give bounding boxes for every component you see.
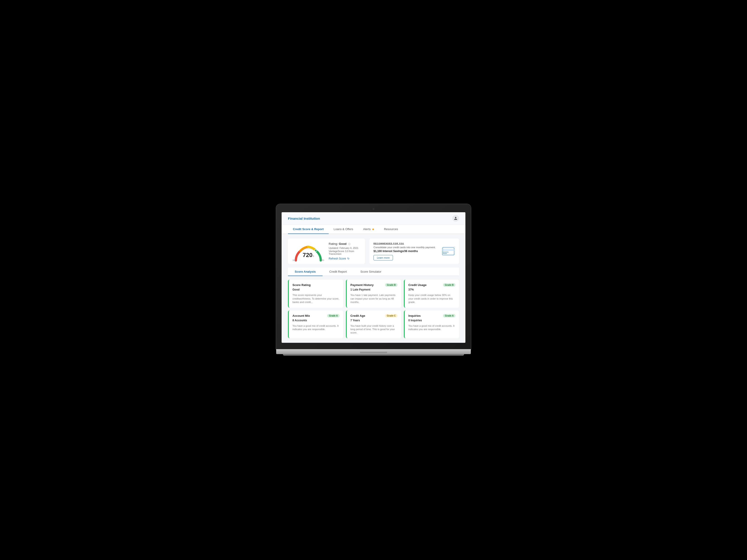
laptop-base bbox=[276, 349, 471, 354]
score-superscript: 9 bbox=[313, 255, 314, 258]
card-payment-history-value: 1 Late Payment bbox=[351, 288, 397, 291]
card-score-rating-title: Score Rating bbox=[292, 283, 311, 287]
payment-history-grade-badge: Grade B bbox=[385, 283, 397, 287]
laptop-camera-icon bbox=[372, 208, 375, 210]
credit-card-icon bbox=[441, 246, 455, 257]
card-inquiries-title: Inquiries bbox=[408, 314, 420, 317]
sub-tab-score-simulator[interactable]: Score Simulator bbox=[354, 268, 388, 275]
gauge-max-label: 850 bbox=[321, 259, 324, 261]
card-account-mix-title: Account Mix bbox=[292, 314, 310, 317]
recommended-desc: Consolidate your credit cards into one m… bbox=[374, 246, 438, 249]
score-info: Rating: Good ⓘ Updated: February 4, 2021… bbox=[329, 242, 360, 261]
card-credit-usage-desc: Keep your credit usage below 30% on your… bbox=[408, 293, 456, 304]
card-credit-age-title: Credit Age bbox=[351, 314, 365, 317]
card-account-mix: Account Mix Grade A 8 Accounts You have … bbox=[288, 311, 343, 338]
nav-item-resources[interactable]: Resources bbox=[379, 225, 403, 234]
recommended-highlight: $1,100 Interest Savings/36 months bbox=[374, 249, 438, 253]
refresh-icon: ↻ bbox=[347, 257, 350, 260]
recommended-box: RECOMMENDED FOR YOU Consolidate your cre… bbox=[369, 238, 459, 264]
card-credit-usage-title: Credit Usage bbox=[408, 283, 427, 287]
svg-rect-3 bbox=[443, 251, 448, 252]
laptop-screen: Financial Institution Credit Score & Rep… bbox=[282, 212, 465, 343]
card-credit-age-header: Credit Age Grade C bbox=[351, 314, 397, 317]
card-score-rating-value: Good bbox=[292, 288, 339, 291]
recommended-label: RECOMMENDED FOR YOU bbox=[374, 242, 438, 245]
card-credit-age-desc: You have built your credit history over … bbox=[351, 324, 397, 335]
cards-grid: Score Rating Good This score represents … bbox=[288, 279, 459, 338]
sub-tab-credit-report[interactable]: Credit Report bbox=[323, 268, 354, 275]
svg-rect-2 bbox=[442, 249, 454, 251]
card-credit-age: Credit Age Grade C 7 Years You have buil… bbox=[346, 311, 401, 338]
card-score-rating-desc: This score represents your creditworthin… bbox=[292, 293, 339, 304]
laptop: Financial Institution Credit Score & Rep… bbox=[276, 204, 471, 356]
score-value: 720 bbox=[303, 251, 312, 259]
refresh-score-button[interactable]: Refresh Score ↻ bbox=[329, 257, 350, 260]
user-avatar[interactable] bbox=[452, 215, 459, 222]
score-updated: Updated: February 4, 2021 bbox=[329, 247, 360, 249]
card-inquiries-value: 0 Inquiries bbox=[408, 319, 456, 322]
sub-tabs: Score Analysis Credit Report Score Simul… bbox=[288, 268, 459, 276]
card-credit-usage-value: 37% bbox=[408, 288, 456, 291]
main-nav: Credit Score & Report Loans & Offers Ale… bbox=[282, 225, 465, 234]
sub-tab-score-analysis[interactable]: Score Analysis bbox=[288, 268, 323, 275]
score-section: 720 9 300 850 Rating: Good ⓘ bbox=[288, 238, 459, 264]
card-payment-history-title: Payment History bbox=[351, 283, 374, 287]
app-content: 720 9 300 850 Rating: Good ⓘ bbox=[282, 234, 465, 343]
score-source: VantageScore 3.0 from TransUnion bbox=[329, 250, 360, 255]
svg-rect-4 bbox=[443, 253, 447, 254]
app-logo: Financial Institution bbox=[288, 216, 320, 220]
score-rating-line: Rating: Good ⓘ bbox=[329, 242, 360, 246]
card-inquiries-desc: You have a good mix of credit accounts. … bbox=[408, 324, 456, 331]
score-gauge: 720 9 300 850 bbox=[292, 242, 324, 261]
account-mix-grade-badge: Grade A bbox=[327, 314, 339, 317]
card-credit-usage-header: Credit Usage Grade B bbox=[408, 283, 456, 287]
gauge-min-label: 300 bbox=[292, 259, 296, 261]
credit-usage-grade-badge: Grade B bbox=[443, 283, 456, 287]
recommended-content: RECOMMENDED FOR YOU Consolidate your cre… bbox=[374, 242, 438, 261]
info-icon[interactable]: ⓘ bbox=[348, 243, 351, 245]
screen-bezel: Financial Institution Credit Score & Rep… bbox=[276, 204, 471, 349]
laptop-foot bbox=[283, 354, 464, 356]
card-score-rating: Score Rating Good This score represents … bbox=[288, 279, 343, 308]
card-account-mix-desc: You have a good mix of credit accounts. … bbox=[292, 324, 339, 331]
card-payment-history: Payment History Grade B 1 Late Payment Y… bbox=[346, 279, 401, 308]
app-header: Financial Institution bbox=[282, 212, 465, 225]
nav-item-loans[interactable]: Loans & Offers bbox=[329, 225, 358, 234]
card-payment-history-desc: You have 1 late payment. Late payments c… bbox=[351, 293, 397, 304]
card-credit-age-value: 7 Years bbox=[351, 319, 397, 322]
card-score-rating-header: Score Rating bbox=[292, 283, 339, 287]
learn-more-button[interactable]: Learn more bbox=[374, 255, 393, 261]
svg-rect-1 bbox=[442, 247, 454, 255]
nav-item-credit-score[interactable]: Credit Score & Report bbox=[288, 225, 329, 234]
inquiries-grade-badge: Grade A bbox=[443, 314, 456, 317]
credit-age-grade-badge: Grade C bbox=[385, 314, 397, 317]
score-gauge-area: 720 9 300 850 Rating: Good ⓘ bbox=[288, 238, 365, 264]
score-rating-value: Good bbox=[339, 242, 346, 245]
card-inquiries: Inquiries Grade A 0 Inquiries You have a… bbox=[404, 311, 459, 338]
svg-point-0 bbox=[315, 249, 317, 251]
card-payment-history-header: Payment History Grade B bbox=[351, 283, 397, 287]
card-credit-usage: Credit Usage Grade B 37% Keep your credi… bbox=[404, 279, 459, 308]
card-account-mix-value: 8 Accounts bbox=[292, 319, 339, 322]
nav-item-alerts[interactable]: Alerts bbox=[358, 225, 379, 234]
card-account-mix-header: Account Mix Grade A bbox=[292, 314, 339, 317]
alert-dot-icon bbox=[372, 229, 374, 230]
card-inquiries-header: Inquiries Grade A bbox=[408, 314, 456, 317]
